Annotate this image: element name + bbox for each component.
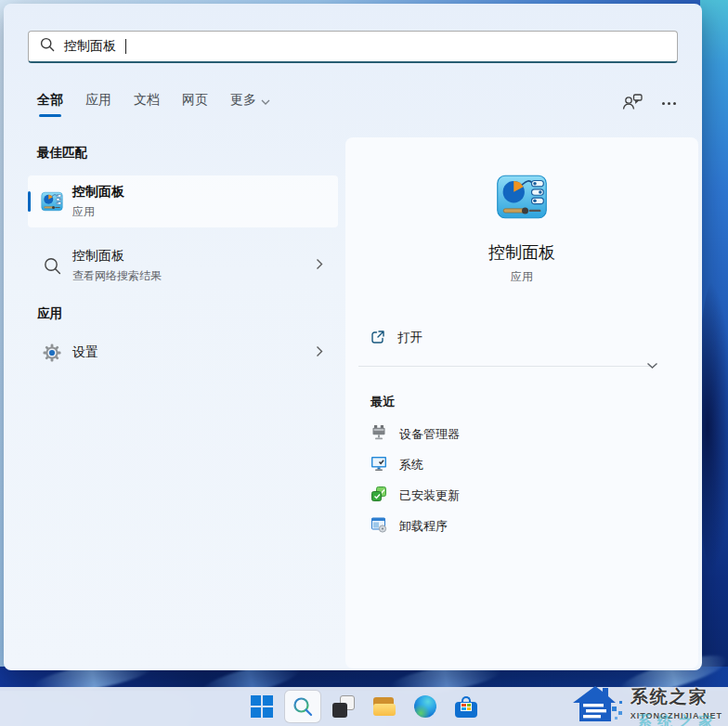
chevron-right-icon bbox=[316, 344, 323, 361]
uninstall-program-icon bbox=[370, 516, 387, 536]
settings-gear-icon bbox=[43, 344, 61, 366]
selection-accent-bar bbox=[28, 191, 31, 212]
search-filter-tabs: 全部 应用 文档 网页 更多 bbox=[37, 92, 270, 117]
recent-item-system[interactable]: 系统 bbox=[357, 449, 687, 480]
recent-heading: 最近 bbox=[370, 394, 395, 410]
xitongzhijia-logo-icon bbox=[571, 682, 625, 726]
open-action-label: 打开 bbox=[397, 330, 422, 346]
recent-item-installed-updates[interactable]: 已安装更新 bbox=[357, 480, 687, 511]
search-icon bbox=[44, 257, 61, 279]
result-web-search-control-panel[interactable]: 控制面板 查看网络搜索结果 bbox=[28, 241, 338, 290]
recent-item-label: 已安装更新 bbox=[399, 487, 460, 504]
search-icon bbox=[40, 37, 55, 56]
result-subtitle: 查看网络搜索结果 bbox=[72, 268, 162, 284]
chevron-down-icon bbox=[261, 93, 270, 108]
recent-item-label: 系统 bbox=[399, 457, 423, 473]
best-match-heading: 最佳匹配 bbox=[37, 145, 87, 162]
apps-heading: 应用 bbox=[37, 305, 62, 322]
recent-item-uninstall-program[interactable]: 卸载程序 bbox=[357, 511, 687, 541]
result-settings[interactable]: 设置 bbox=[28, 333, 338, 372]
edge-browser-icon[interactable] bbox=[407, 690, 444, 723]
result-title: 设置 bbox=[72, 344, 98, 361]
taskbar-search-icon[interactable] bbox=[284, 690, 321, 723]
wallpaper-right-strip bbox=[700, 0, 728, 726]
device-manager-icon bbox=[370, 424, 387, 444]
expand-actions-button[interactable] bbox=[641, 357, 663, 375]
result-subtitle: 应用 bbox=[72, 204, 124, 220]
tab-documents[interactable]: 文档 bbox=[134, 92, 160, 117]
recent-item-label: 设备管理器 bbox=[399, 426, 460, 443]
result-title: 控制面板 bbox=[72, 184, 124, 201]
preview-app-subtitle: 应用 bbox=[345, 269, 698, 285]
watermark-site-name: 系统之家 bbox=[630, 685, 708, 709]
recent-item-device-manager[interactable]: 设备管理器 bbox=[357, 419, 687, 449]
desktop-wallpaper: 控制面板 全部 应用 文档 网页 更多 bbox=[0, 0, 728, 726]
tab-web[interactable]: 网页 bbox=[182, 92, 208, 117]
text-caret bbox=[125, 39, 126, 54]
chevron-right-icon bbox=[316, 257, 323, 274]
more-options-icon[interactable] bbox=[660, 98, 678, 109]
account-feedback-icon[interactable] bbox=[621, 93, 644, 114]
search-input[interactable]: 控制面板 bbox=[28, 31, 678, 63]
search-header-actions bbox=[621, 93, 678, 114]
recent-item-label: 卸载程序 bbox=[399, 518, 448, 535]
task-view-icon[interactable] bbox=[325, 690, 362, 723]
preview-app-title: 控制面板 bbox=[345, 241, 698, 264]
system-icon bbox=[370, 455, 387, 474]
microsoft-store-icon[interactable] bbox=[448, 690, 485, 723]
open-action[interactable]: 打开 bbox=[357, 319, 687, 357]
divider bbox=[358, 366, 652, 367]
tab-all[interactable]: 全部 bbox=[37, 92, 63, 117]
tab-apps[interactable]: 应用 bbox=[85, 92, 111, 117]
windows-start-icon[interactable] bbox=[243, 690, 280, 723]
search-query-text: 控制面板 bbox=[64, 38, 116, 55]
open-external-icon bbox=[370, 330, 385, 347]
control-panel-icon bbox=[496, 171, 548, 227]
result-best-match-control-panel[interactable]: 控制面板 应用 bbox=[28, 175, 338, 227]
recent-list: 设备管理器 系统 bbox=[357, 419, 687, 541]
control-panel-icon bbox=[41, 190, 63, 216]
result-title: 控制面板 bbox=[72, 248, 162, 265]
file-explorer-icon[interactable] bbox=[366, 690, 403, 723]
search-flyout-panel: 控制面板 全部 应用 文档 网页 更多 bbox=[4, 4, 702, 670]
preview-pane: 控制面板 应用 打开 最近 bbox=[345, 137, 698, 668]
watermark-ghost-text: 系统之家 bbox=[637, 713, 719, 726]
tab-more[interactable]: 更多 bbox=[230, 92, 270, 117]
installed-updates-icon bbox=[370, 486, 387, 505]
